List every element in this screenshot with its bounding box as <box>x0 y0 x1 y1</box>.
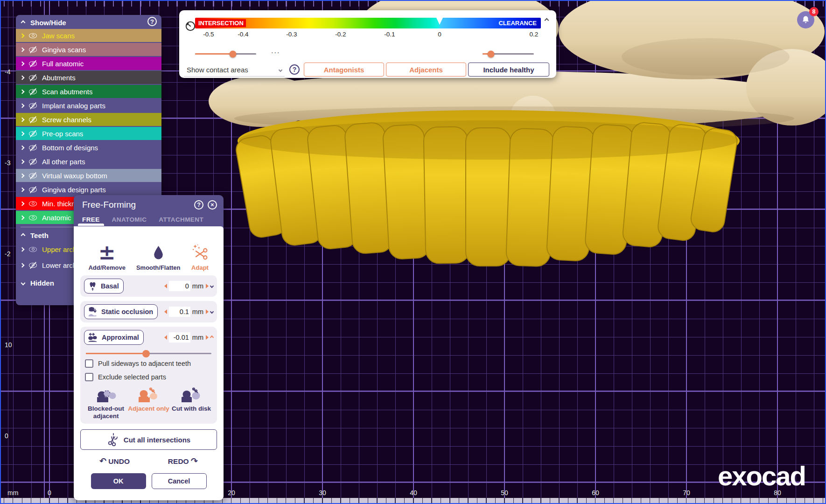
expand-chevron-icon[interactable] <box>20 103 25 108</box>
include-healthy-button[interactable]: Include healthy <box>468 63 549 77</box>
expand-chevron-icon[interactable] <box>20 131 25 136</box>
colormap-settings-icon[interactable] <box>185 21 196 32</box>
approximal-slider[interactable] <box>86 353 211 354</box>
adapt-tool[interactable]: Adapt <box>191 244 209 271</box>
visibility-on-icon[interactable] <box>29 215 37 220</box>
expand-chevron-icon[interactable] <box>20 201 25 206</box>
slider-handle[interactable] <box>142 350 150 357</box>
collapse-chevron-icon[interactable] <box>21 20 26 25</box>
expand-chevron-icon[interactable] <box>20 117 25 122</box>
decrease-arrow-icon[interactable] <box>164 335 167 340</box>
layer-row-full-anatomic[interactable]: Full anatomic <box>16 57 161 70</box>
adjacent-only-option[interactable]: Adjacent only <box>127 387 169 420</box>
expand-chevron-icon[interactable] <box>20 47 25 52</box>
layer-row-virtual-waxup-bottom[interactable]: Virtual waxup bottom <box>16 169 161 182</box>
adjacents-button[interactable]: Adjacents <box>386 63 466 77</box>
add-remove-tool[interactable]: ± Add/Remove <box>88 244 125 271</box>
help-icon[interactable]: ? <box>147 17 157 26</box>
increase-arrow-icon[interactable] <box>206 335 209 340</box>
expand-chevron-icon[interactable] <box>20 263 25 267</box>
expand-chevron-icon[interactable] <box>210 284 214 288</box>
layer-row-implant-analog-parts[interactable]: Implant analog parts <box>16 99 161 112</box>
visibility-off-icon[interactable] <box>29 61 37 66</box>
visibility-off-icon[interactable] <box>29 145 37 150</box>
approximal-value[interactable]: -0.01 <box>169 332 190 343</box>
cancel-button[interactable]: Cancel <box>152 473 207 489</box>
slider-handle[interactable] <box>487 50 494 57</box>
tab-free[interactable]: FREE <box>82 216 100 223</box>
antagonists-button[interactable]: Antagonists <box>304 63 384 77</box>
expand-chevron-icon[interactable] <box>20 89 25 94</box>
expand-chevron-icon[interactable] <box>20 61 25 66</box>
layer-row-bottom-of-designs[interactable]: Bottom of designs <box>16 141 161 154</box>
expand-chevron-icon[interactable] <box>20 33 25 38</box>
tab-attachment[interactable]: ATTACHMENT <box>159 216 203 223</box>
tab-anatomic[interactable]: ANATOMIC <box>112 216 147 223</box>
layer-row-jaw-scans[interactable]: Jaw scans <box>16 29 161 42</box>
undo-button[interactable]: ↶ UNDO <box>99 456 130 466</box>
decrease-arrow-icon[interactable] <box>164 284 167 288</box>
slider-handle[interactable] <box>230 50 237 57</box>
basal-value[interactable]: 0 <box>169 281 190 291</box>
checkbox[interactable] <box>85 373 93 381</box>
notifications-button[interactable]: 8 <box>797 11 814 28</box>
visibility-off-icon[interactable] <box>29 159 37 164</box>
increase-arrow-icon[interactable] <box>206 309 209 314</box>
decrease-arrow-icon[interactable] <box>164 309 167 314</box>
expand-chevron-icon[interactable] <box>210 310 214 314</box>
close-icon[interactable]: × <box>208 200 217 210</box>
visibility-off-icon[interactable] <box>29 47 37 52</box>
help-icon[interactable]: ? <box>194 200 203 210</box>
visibility-off-icon[interactable] <box>29 187 37 192</box>
show-hide-header[interactable]: Show/Hide <box>16 16 161 29</box>
exclude-selected-checkbox-row[interactable]: Exclude selected parts <box>85 373 212 381</box>
visibility-on-icon[interactable] <box>29 201 37 206</box>
intersection-clearance-gradient[interactable]: INTERSECTION CLEARANCE <box>195 18 541 28</box>
increase-arrow-icon[interactable] <box>206 284 209 288</box>
layer-row-pre-op-scans[interactable]: Pre-op scans <box>16 127 161 140</box>
visibility-off-icon[interactable] <box>29 263 37 268</box>
layer-row-all-other-parts[interactable]: All other parts <box>16 155 161 168</box>
clearance-range-slider[interactable] <box>483 53 534 55</box>
intersection-range-slider[interactable] <box>195 53 256 55</box>
visibility-off-icon[interactable] <box>29 131 37 136</box>
redo-button[interactable]: REDO ↷ <box>168 456 198 466</box>
contact-areas-dropdown[interactable]: Show contact areas <box>184 63 285 77</box>
checkbox[interactable] <box>85 359 93 368</box>
expand-chevron-icon[interactable] <box>20 173 25 178</box>
blocked-out-adjacent-option[interactable]: Blocked-out adjacent <box>85 387 127 420</box>
basal-button[interactable]: Basal <box>84 279 124 294</box>
cut-all-intersections-button[interactable]: Cut all intersections <box>80 429 217 450</box>
collapse-toolbar-icon[interactable] <box>545 18 549 23</box>
visibility-on-icon[interactable] <box>29 33 37 38</box>
approximal-button[interactable]: Approximal <box>84 330 144 345</box>
expand-chevron-icon[interactable] <box>20 75 25 80</box>
smooth-flatten-tool[interactable]: Smooth/Flatten <box>136 245 181 271</box>
layer-row-screw-channels[interactable]: Screw channels <box>16 113 161 126</box>
expand-chevron-icon[interactable] <box>20 159 25 164</box>
layer-row-gingiva-scans[interactable]: Gingiva scans <box>16 43 161 56</box>
expand-chevron-icon[interactable] <box>20 187 25 192</box>
expand-chevron-icon[interactable] <box>20 215 25 220</box>
collapse-chevron-icon[interactable] <box>21 233 26 238</box>
expand-chevron-icon[interactable] <box>20 145 25 150</box>
layer-row-abutments[interactable]: Abutments <box>16 71 161 84</box>
static-occlusion-button[interactable]: Static occlusion <box>84 304 158 319</box>
layer-row-gingiva-design-parts[interactable]: Gingiva design parts <box>16 183 161 196</box>
visibility-off-icon[interactable] <box>29 103 37 108</box>
ok-button[interactable]: OK <box>91 473 146 489</box>
anatomic-teeth[interactable] <box>234 110 740 267</box>
expand-chevron-icon[interactable] <box>21 280 26 285</box>
visibility-off-icon[interactable] <box>29 117 37 122</box>
layer-row-scan-abutments[interactable]: Scan abutments <box>16 85 161 98</box>
help-icon[interactable]: ? <box>289 64 300 75</box>
cut-with-disk-option[interactable]: Cut with disk <box>170 387 212 420</box>
visibility-off-icon[interactable] <box>29 75 37 80</box>
visibility-off-icon[interactable] <box>29 173 37 178</box>
expand-chevron-icon[interactable] <box>20 247 25 252</box>
collapse-chevron-icon[interactable] <box>210 336 214 339</box>
visibility-off-icon[interactable] <box>29 89 37 94</box>
visibility-on-icon[interactable] <box>29 247 37 252</box>
static-occlusion-value[interactable]: 0.1 <box>169 307 190 317</box>
more-options[interactable]: ... <box>271 47 280 55</box>
